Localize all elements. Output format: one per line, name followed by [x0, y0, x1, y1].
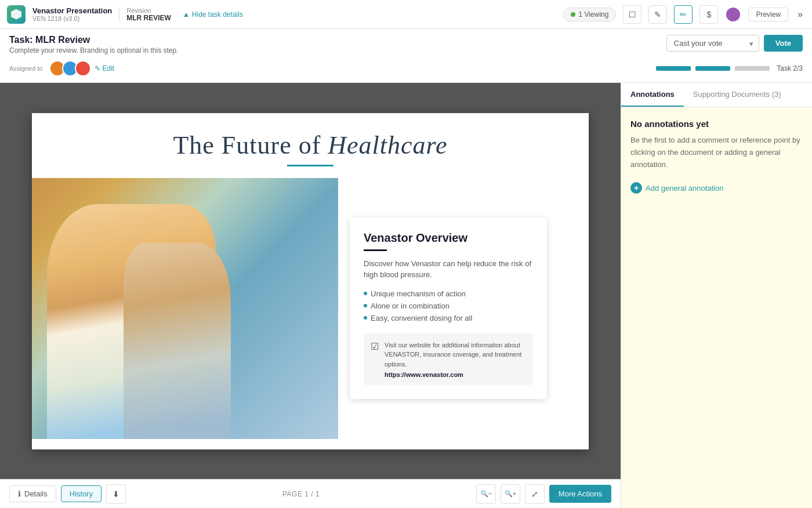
more-options-button[interactable]: »: [795, 7, 805, 22]
edit-label: Edit: [102, 64, 114, 72]
no-annotations-description: Be the first to add a comment or referen…: [630, 135, 803, 170]
viewing-count: 1 Viewing: [579, 10, 609, 19]
history-button[interactable]: History: [61, 485, 102, 502]
more-actions-button[interactable]: More Actions: [549, 485, 611, 503]
slide-frame: The Future of Healthcare: [32, 113, 589, 449]
preview-button[interactable]: Preview: [748, 8, 788, 21]
revision-value: MLR REVIEW: [126, 14, 171, 22]
add-annotation-label: Add general annotation: [646, 184, 723, 193]
fullscreen-button[interactable]: ⤢: [525, 484, 545, 504]
pen-icon: ✎: [654, 10, 661, 19]
revision-info: Revision MLR REVIEW: [119, 7, 171, 22]
slide-area: The Future of Healthcare: [0, 83, 621, 508]
slide-main-title: The Future of Healthcare: [55, 130, 566, 160]
right-panel: Annotations Supporting Documents (3) No …: [621, 83, 812, 508]
viewing-badge: 1 Viewing: [563, 8, 617, 21]
revision-label: Revision: [126, 7, 171, 14]
vote-area: Cast your vote Approve Reject Abstain Vo…: [666, 35, 803, 52]
download-icon: ⬇: [113, 489, 119, 499]
content-card: Venastor Overview Discover how Venastor …: [350, 217, 547, 399]
slide-title-section: The Future of Healthcare: [32, 113, 589, 178]
vote-button[interactable]: Vote: [764, 35, 803, 52]
slide-title-underline: [287, 165, 334, 166]
disclaimer-content: Visit our website for additional informa…: [385, 340, 526, 378]
bullet-dot-3: [364, 316, 367, 320]
zoom-out-button[interactable]: 🔍−: [476, 484, 496, 504]
task-description: Complete your review. Branding is option…: [9, 46, 179, 55]
edit-pencil-icon: ✎: [95, 64, 100, 72]
slide-card: Venastor Overview Discover how Venastor …: [338, 178, 589, 439]
zoom-in-button[interactable]: 🔍+: [501, 484, 520, 504]
avatar-group: [49, 60, 88, 77]
details-label: Details: [24, 489, 48, 498]
bottom-toolbar: ℹ Details History ⬇ PAGE 1 / 1 🔍− 🔍+ ⤢ M…: [0, 479, 621, 508]
slide-image: [32, 178, 338, 439]
bullet-dot-2: [364, 304, 367, 307]
rectangle-tool-button[interactable]: ☐: [623, 5, 641, 24]
tab-supporting-docs[interactable]: Supporting Documents (3): [684, 83, 791, 107]
avatar-3: [75, 60, 91, 77]
assigned-label: Assigned to: [9, 65, 42, 72]
pen-tool-button[interactable]: ✎: [648, 5, 667, 24]
person-figure-2: [124, 243, 231, 439]
add-annotation-icon: +: [630, 182, 642, 194]
dollar-icon: $: [707, 10, 712, 19]
slide-title-part1: The Future of: [173, 131, 328, 159]
preview-label: Preview: [756, 10, 781, 19]
bullet-text-1: Unique mechanism of action: [371, 289, 466, 298]
history-label: History: [70, 489, 93, 498]
slide-body: Venastor Overview Discover how Venastor …: [32, 178, 589, 439]
main-content: The Future of Healthcare: [0, 83, 812, 508]
card-title: Venastor Overview: [364, 231, 533, 245]
hide-task-button[interactable]: ▲ Hide task details: [178, 8, 248, 21]
chevron-right-icon: »: [798, 9, 803, 19]
topbar: Venastor Presentation VEN.1218 (v3.0) Re…: [0, 0, 812, 29]
task-bar: Task: MLR Review Complete your review. B…: [0, 29, 812, 83]
app-logo: [7, 5, 26, 24]
vote-select[interactable]: Cast your vote Approve Reject Abstain: [666, 35, 759, 52]
no-annotations-title: No annotations yet: [630, 119, 803, 129]
page-info: PAGE 1 / 1: [130, 490, 472, 498]
disclaimer-text: Visit our website for additional informa…: [385, 342, 521, 368]
task-number: Task 2/3: [777, 64, 803, 72]
triangle-up-icon: ▲: [183, 10, 190, 19]
panel-content: No annotations yet Be the first to add a…: [621, 107, 812, 508]
tab-annotations[interactable]: Annotations: [621, 83, 684, 107]
bullet-item-3: Easy, convenient dosing for all: [364, 312, 533, 324]
marker-icon: ✏: [680, 10, 687, 19]
progress-bar: [656, 66, 770, 71]
details-button[interactable]: ℹ Details: [9, 485, 56, 502]
bullet-item-1: Unique mechanism of action: [364, 288, 533, 300]
progress-divider-2: [732, 66, 733, 71]
doc-id: VEN.1218 (v3.0): [32, 15, 112, 22]
panel-tabs: Annotations Supporting Documents (3): [621, 83, 812, 107]
zoom-in-icon: 🔍+: [505, 490, 516, 498]
task-title: Task: MLR Review: [9, 35, 179, 45]
doc-title: Venastor Presentation: [32, 6, 112, 15]
task-row2: Assigned to ✎ Edit Task 2/3: [9, 60, 803, 77]
fullscreen-icon: ⤢: [531, 489, 538, 499]
rectangle-icon: ☐: [629, 10, 636, 19]
bullet-text-2: Alone or in combination: [371, 302, 449, 310]
hide-task-label: Hide task details: [192, 10, 243, 19]
marker-tool-button[interactable]: ✏: [674, 5, 693, 24]
disclaimer-check-icon: ☑: [371, 341, 379, 352]
info-icon: ℹ: [18, 489, 21, 498]
bullet-text-3: Easy, convenient dosing for all: [371, 314, 472, 322]
disclaimer-url: https://www.venastor.com: [385, 371, 526, 378]
add-annotation-button[interactable]: + Add general annotation: [630, 182, 723, 194]
dollar-tool-button[interactable]: $: [699, 5, 718, 24]
slide-title-italic: Healthcare: [328, 131, 447, 159]
viewing-dot: [571, 12, 575, 17]
vote-select-wrapper: Cast your vote Approve Reject Abstain: [666, 35, 759, 52]
zoom-out-icon: 🔍−: [480, 490, 492, 498]
bullet-list: Unique mechanism of action Alone or in c…: [364, 288, 533, 324]
disclaimer-box: ☑ Visit our website for additional infor…: [364, 333, 533, 385]
progress-divider-1: [693, 66, 694, 71]
edit-button[interactable]: ✎ Edit: [95, 64, 114, 72]
progress-segment-3: [735, 66, 770, 71]
card-divider: [364, 249, 387, 251]
slide-container[interactable]: The Future of Healthcare: [0, 83, 621, 479]
progress-segment-2: [695, 66, 730, 71]
download-button[interactable]: ⬇: [106, 484, 126, 504]
